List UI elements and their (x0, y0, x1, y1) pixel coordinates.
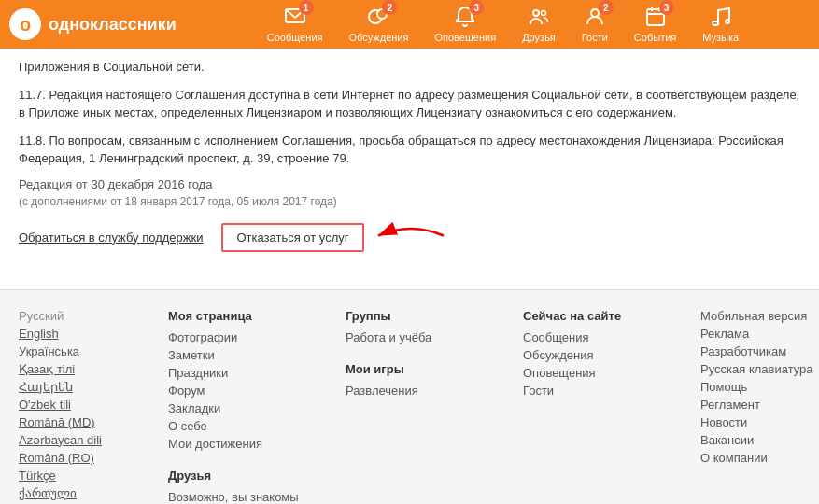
arrow-indicator (374, 217, 448, 258)
footer-games-title: Мои игры (346, 362, 514, 376)
messages-label: Сообщения (267, 32, 323, 43)
language-uzbek[interactable]: O'zbek tili (19, 398, 159, 412)
nav-notifications[interactable]: 3 Оповещения (423, 2, 507, 47)
footer-help[interactable]: Помощь (700, 380, 819, 394)
footer-groups-col: Группы Работа и учёба Мои игры Развлечен… (346, 309, 514, 505)
footer-my-page-title: Моя страница (168, 309, 336, 323)
paragraph2: 11.7. Редакция настоящего Соглашения дос… (19, 86, 800, 122)
music-icon (710, 6, 732, 28)
notifications-label: Оповещения (434, 32, 496, 43)
nav-music[interactable]: Музыка (691, 2, 750, 47)
edition-sub: (с дополнениями от 18 января 2017 года, … (19, 195, 800, 208)
edition-date: Редакция от 30 декабря 2016 года (19, 177, 800, 191)
footer-on-site: Сейчас на сайте Сообщения Обсуждения Опо… (523, 309, 691, 505)
paragraph3: 11.8. По вопросам, связанным с исполнени… (19, 132, 800, 168)
discussions-label: Обсуждения (349, 32, 409, 43)
guests-label: Гости (582, 32, 608, 43)
logo[interactable]: о одноклассники (9, 8, 196, 40)
events-icon-wrap: 3 (644, 6, 667, 30)
language-azerbaijani[interactable]: Azərbaycan dili (19, 433, 159, 447)
language-romanian-ro[interactable]: Română (RO) (19, 451, 159, 465)
nav-discussions[interactable]: 2 Обсуждения (338, 2, 420, 47)
footer-photos[interactable]: Фотографии (168, 330, 336, 344)
footer-site-messages[interactable]: Сообщения (523, 330, 691, 344)
discussions-icon-wrap: 2 (367, 6, 389, 30)
svg-point-4 (541, 11, 545, 16)
footer-holidays[interactable]: Праздники (168, 366, 336, 380)
svg-point-5 (591, 9, 599, 17)
footer-forum[interactable]: Форум (168, 384, 336, 398)
svg-point-10 (726, 20, 729, 23)
footer-work-study[interactable]: Работа и учёба (346, 330, 514, 344)
nav-bar: 1 Сообщения 2 Обсуждения 3 Оповещения (196, 2, 810, 47)
language-russian: Русский (19, 309, 159, 323)
support-link[interactable]: Обратиться в службу поддержки (19, 231, 203, 245)
footer-other: Мобильная версия Реклама Разработчикам Р… (700, 309, 819, 505)
footer-site-notifications[interactable]: Оповещения (523, 366, 691, 380)
footer-keyboard[interactable]: Русская клавиатура (700, 362, 819, 376)
footer-vacancies[interactable]: Вакансии (700, 433, 819, 447)
footer-friends-title: Друзья (168, 469, 336, 483)
language-romanian-md[interactable]: Română (MD) (19, 415, 159, 429)
language-turkish[interactable]: Türkçe (19, 469, 159, 483)
guests-badge: 2 (599, 0, 614, 15)
footer-maybe-you-know[interactable]: Возможно, вы знакомы (168, 490, 336, 504)
header: о одноклассники 1 Сообщения 2 Обсуждения… (0, 0, 819, 49)
discussions-badge: 2 (382, 0, 397, 15)
messages-icon-wrap: 1 (284, 6, 306, 30)
action-buttons: Обратиться в службу поддержки Отказаться… (19, 223, 800, 252)
footer-about[interactable]: О себе (168, 419, 336, 433)
nav-friends[interactable]: Друзья (511, 2, 567, 47)
footer-site-discussions[interactable]: Обсуждения (523, 348, 691, 362)
language-armenian[interactable]: Հայերեն (19, 380, 159, 394)
friends-icon-wrap (528, 6, 550, 30)
footer-entertainment[interactable]: Развлечения (346, 384, 514, 398)
music-label: Музыка (702, 32, 739, 43)
music-icon-wrap (710, 6, 732, 30)
events-badge: 3 (659, 0, 674, 15)
footer-notes[interactable]: Заметки (168, 348, 336, 362)
logo-text: одноклассники (49, 15, 177, 35)
notifications-badge: 3 (469, 0, 484, 15)
language-english[interactable]: English (19, 327, 159, 341)
nav-events[interactable]: 3 События (623, 2, 687, 47)
footer-ads[interactable]: Реклама (700, 327, 819, 341)
footer-languages: Русский English Українська Қазақ тілі Հա… (19, 309, 159, 505)
notifications-icon-wrap: 3 (454, 6, 476, 30)
red-arrow-svg (374, 217, 448, 255)
guests-icon-wrap: 2 (584, 6, 606, 30)
footer-my-page: Моя страница Фотографии Заметки Праздник… (168, 309, 336, 505)
unsubscribe-button[interactable]: Отказаться от услуг (221, 223, 363, 252)
language-ukrainian[interactable]: Українська (19, 344, 159, 358)
footer-site-guests[interactable]: Гости (523, 384, 691, 398)
footer-groups-title: Группы (346, 309, 514, 323)
logo-icon: о (9, 8, 41, 40)
main-content: Приложения в Социальной сети. 11.7. Реда… (0, 49, 819, 280)
footer-mobile[interactable]: Мобильная версия (700, 309, 819, 323)
nav-messages[interactable]: 1 Сообщения (256, 2, 334, 47)
footer-about-company[interactable]: О компании (700, 451, 819, 465)
paragraph1: Приложения в Социальной сети. (19, 58, 800, 77)
footer-developers[interactable]: Разработчикам (700, 344, 819, 358)
footer-bookmarks[interactable]: Закладки (168, 401, 336, 415)
footer-grid: Русский English Українська Қазақ тілі Հա… (19, 309, 800, 505)
footer-on-site-title: Сейчас на сайте (523, 309, 691, 323)
nav-guests[interactable]: 2 Гости (571, 2, 619, 47)
svg-point-3 (533, 10, 539, 16)
footer-achievements[interactable]: Мои достижения (168, 437, 336, 451)
messages-badge: 1 (299, 0, 314, 15)
friends-icon (528, 6, 550, 28)
footer: Русский English Українська Қазақ тілі Հա… (0, 289, 819, 505)
language-kazakh[interactable]: Қазақ тілі (19, 362, 159, 376)
friends-label: Друзья (522, 32, 556, 43)
language-georgian[interactable]: ქართული (19, 486, 159, 500)
footer-regulations[interactable]: Регламент (700, 398, 819, 412)
events-label: События (634, 32, 676, 43)
footer-news[interactable]: Новости (700, 415, 819, 429)
